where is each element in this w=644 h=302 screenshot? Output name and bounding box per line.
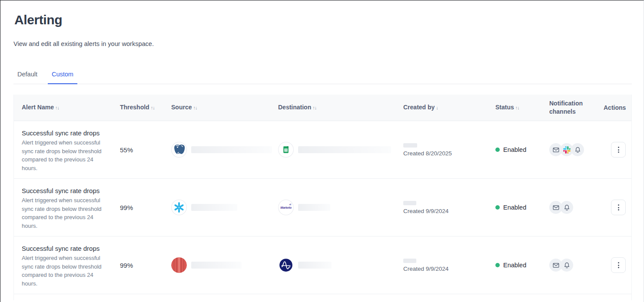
bell-icon [563,204,571,211]
column-header-actions: Actions [604,104,633,112]
status-dot [495,205,500,210]
snowflake-icon [171,200,187,215]
status-cell: Enabled [495,262,549,269]
slack-icon [563,146,571,154]
threshold-value: 55% [120,146,171,154]
destination-cell [278,257,403,273]
created-by-cell: Created 9/9/2024 [403,201,495,214]
status-dot [495,148,500,152]
bell-channel-badge [571,143,584,156]
alert-name: Successful sync rate drops [22,187,120,194]
sort-icon: ↑↓ [515,105,519,110]
postgresql-icon [171,142,187,158]
bell-icon [574,146,581,154]
column-header-destination[interactable]: Destination↑↓ [278,103,403,112]
red-striped-database-icon [171,257,187,273]
redacted-creator-name [403,259,416,263]
redacted-creator-name [403,201,416,205]
destination-cell: ııl Marketo [278,200,403,215]
destination-cell [278,142,403,158]
alert-name: Successful sync rate drops [22,129,120,137]
created-date: Created 9/9/2024 [403,208,495,214]
tab-custom[interactable]: Custom [48,67,77,84]
source-cell [171,142,278,158]
table-row-partial [14,294,631,300]
sort-icon-desc: ↓ [436,105,438,110]
status-label: Enabled [503,204,526,211]
bell-channel-badge [560,201,573,214]
created-date: Created 8/20/2025 [403,150,495,157]
redacted-source-name [191,204,237,211]
sort-icon: ↑↓ [55,105,59,110]
table-row: Successful sync rate drops Alert trigger… [14,236,631,294]
bell-channel-badge [560,259,573,272]
page-subtitle: View and edit all existing alerts in you… [13,40,632,47]
column-header-status[interactable]: Status↑↓ [495,103,549,112]
row-actions-button[interactable] [611,142,626,158]
google-sheets-icon [278,142,294,158]
tab-bar: Default Custom [13,67,632,84]
threshold-value: 99% [120,262,171,269]
bell-icon [563,262,571,269]
column-header-notification-channels: Notification channels [549,99,604,116]
sort-icon: ↑↓ [151,105,155,110]
redacted-source-name [191,262,242,269]
status-dot [495,263,500,267]
email-icon [552,262,560,269]
column-header-created-by[interactable]: Created by↓ [403,103,495,112]
created-date: Created 9/9/2024 [403,266,495,272]
created-by-cell: Created 9/9/2024 [403,259,495,272]
created-by-cell: Created 8/20/2025 [403,143,495,157]
source-cell [171,200,278,215]
redacted-destination-name [298,262,332,269]
column-header-alert-name[interactable]: Alert Name↑↓ [14,103,120,112]
status-cell: Enabled [495,204,549,211]
column-header-source[interactable]: Source↑↓ [171,103,278,112]
redacted-creator-name [403,143,417,148]
sort-icon: ↑↓ [312,105,316,110]
tab-default[interactable]: Default [13,67,41,84]
alert-name: Successful sync rate drops [22,245,120,252]
redacted-source-name [191,146,272,153]
alert-description: Alert triggered when successful sync rat… [22,254,104,288]
status-label: Enabled [503,146,526,153]
marketo-icon: ııl Marketo [278,200,294,215]
alerting-page: Alerting View and edit all existing aler… [0,0,644,300]
notification-channels-cell [549,143,604,156]
status-label: Enabled [503,262,526,269]
alerts-table: Alert Name↑↓ Threshold↑↓ Source↑↓ Destin… [13,95,632,300]
table-header: Alert Name↑↓ Threshold↑↓ Source↑↓ Destin… [14,95,631,121]
redacted-destination-name [298,204,330,211]
alert-description: Alert triggered when successful sync rat… [22,196,104,230]
status-cell: Enabled [495,146,549,153]
email-icon [552,204,560,211]
amplitude-icon [278,257,294,273]
row-actions-button[interactable] [611,257,626,273]
row-actions-button[interactable] [611,200,626,215]
notification-channels-cell [549,259,604,272]
table-row: Successful sync rate drops Alert trigger… [14,179,631,236]
column-header-threshold[interactable]: Threshold↑↓ [120,103,171,112]
threshold-value: 99% [120,204,171,211]
email-icon [552,146,560,154]
notification-channels-cell [549,201,604,214]
redacted-destination-name [298,146,391,153]
alert-description: Alert triggered when successful sync rat… [22,138,104,172]
page-title: Alerting [14,13,632,27]
source-cell [171,257,278,273]
table-row: Successful sync rate drops Alert trigger… [14,121,631,179]
sort-icon: ↑↓ [193,105,197,110]
